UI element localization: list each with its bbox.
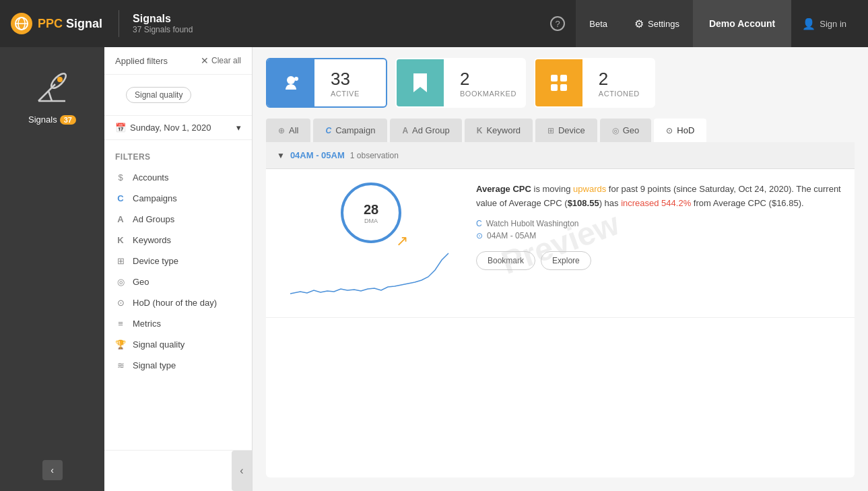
signal-info: Average CPC is moving upwards for past 9…: [476, 183, 844, 304]
campaign-icon: C: [115, 193, 126, 203]
sidebar-item-signals[interactable]: Signals 37: [22, 61, 83, 131]
filter-panel-footer: ‹: [104, 450, 252, 491]
watch-label: Watch Hubolt Washington: [486, 219, 579, 228]
tab-adgroup[interactable]: A Ad Group: [390, 119, 461, 142]
filter-item-hod[interactable]: ⊙ HoD (hour of the day): [104, 292, 252, 313]
signals-badge: 37: [60, 115, 76, 125]
tab-all[interactable]: ⊕ All: [266, 119, 310, 142]
signin-button[interactable]: 👤 Sign in: [791, 0, 857, 47]
tab-keyword[interactable]: K Keyword: [465, 119, 533, 142]
active-count: 33: [331, 69, 360, 90]
page-title: Signals: [133, 13, 539, 25]
filter-item-keywords[interactable]: K Keywords: [104, 230, 252, 251]
date-filter[interactable]: 📅 Sunday, Nov 1, 2020 ▾: [104, 115, 252, 140]
tab-device[interactable]: ⊞ Device: [535, 119, 597, 142]
filter-item-signal-type[interactable]: ≋ Signal type: [104, 355, 252, 376]
explore-button[interactable]: Explore: [541, 251, 591, 270]
clock-sub: DMA: [364, 218, 378, 224]
filter-item-adgroups[interactable]: A Ad Groups: [104, 209, 252, 230]
beta-button[interactable]: Beta: [576, 0, 621, 47]
help-button[interactable]: ?: [539, 0, 576, 47]
signal-quality-tag[interactable]: Signal quality: [126, 87, 191, 103]
metrics-icon: ≡: [115, 319, 126, 329]
observation-header: ▼ 04AM - 05AM 1 observation: [266, 142, 855, 169]
svg-rect-11: [560, 75, 567, 81]
hod-label: 04AM - 05AM: [487, 231, 536, 240]
sidebar-collapse-button[interactable]: ‹: [42, 460, 63, 480]
chevron-down-icon: ▾: [236, 123, 241, 133]
bookmarked-icon: [397, 59, 444, 106]
filter-item-geo[interactable]: ◎ Geo: [104, 271, 252, 292]
actioned-count: 2: [599, 69, 640, 90]
hod-icon: ⊙: [115, 298, 126, 308]
keyword-tab-icon: K: [477, 126, 483, 135]
page-title-area: Signals 37 Signals found: [122, 13, 539, 34]
geo-icon: ◎: [115, 277, 126, 287]
sidebar: Signals 37 ‹: [0, 47, 104, 491]
active-label: Active: [331, 90, 360, 98]
demo-account-button[interactable]: Demo Account: [693, 0, 791, 47]
main-layout: Signals 37 ‹ Applied filters ✕ Clear all…: [0, 47, 868, 491]
signals-nav-label: Signals 37: [28, 114, 76, 125]
header: PPC Signal Signals 37 Signals found ? Be…: [0, 0, 868, 47]
svg-point-7: [57, 77, 63, 82]
actioned-stat-card[interactable]: 2 Actioned: [534, 58, 655, 108]
telescope-icon: [32, 67, 72, 112]
filter-item-accounts[interactable]: $ Accounts: [104, 167, 252, 188]
content-area: 33 Active 2 Bookmarked: [253, 47, 868, 491]
observation-count: 1 observation: [350, 151, 399, 160]
trend-direction: upwards: [573, 184, 606, 194]
filters-heading: Filters: [104, 147, 252, 167]
active-stat-card[interactable]: 33 Active: [266, 58, 387, 108]
clear-icon: ✕: [201, 55, 209, 66]
svg-point-9: [294, 77, 298, 81]
keyword-icon: K: [115, 235, 126, 245]
bookmarked-label: Bookmarked: [460, 90, 516, 98]
campaign-tab-icon: C: [325, 126, 331, 135]
filter-item-campaigns[interactable]: C Campaigns: [104, 188, 252, 209]
actioned-icon: [535, 59, 582, 106]
filter-item-signal-quality[interactable]: 🏆 Signal quality: [104, 334, 252, 355]
bookmarked-count: 2: [460, 69, 516, 90]
trend-arrow-icon: ↗: [396, 232, 408, 250]
observation-toggle-icon[interactable]: ▼: [277, 151, 285, 160]
filter-panel: Applied filters ✕ Clear all Signal quali…: [104, 47, 253, 491]
signal-visual: 28 DMA ↗: [277, 183, 465, 304]
calendar-icon: 📅: [115, 123, 126, 133]
filter-item-metrics[interactable]: ≡ Metrics: [104, 313, 252, 334]
device-icon: ⊞: [115, 256, 126, 266]
settings-icon: ⚙: [634, 18, 644, 30]
adgroup-tab-icon: A: [402, 126, 408, 135]
hod-meta-icon: ⊙: [476, 231, 483, 240]
tabs-bar: ⊕ All C Campaign A Ad Group K Keyword ⊞ …: [253, 119, 868, 142]
filter-panel-collapse-button[interactable]: ‹: [232, 451, 252, 491]
tab-campaign[interactable]: C Campaign: [313, 119, 387, 142]
svg-rect-13: [560, 84, 567, 91]
filter-item-device-type[interactable]: ⊞ Device type: [104, 251, 252, 271]
bookmarked-stat-card[interactable]: 2 Bookmarked: [395, 58, 526, 108]
applied-filters-label: Applied filters: [115, 56, 168, 66]
observation-time: 04AM - 05AM: [290, 150, 345, 160]
svg-rect-12: [551, 84, 558, 91]
tab-hod[interactable]: ⊙ HoD: [654, 119, 706, 142]
svg-point-8: [287, 76, 295, 84]
settings-button[interactable]: ⚙ Settings: [621, 0, 693, 47]
logo: PPC Signal: [11, 13, 102, 34]
clock-chart: 28 DMA ↗: [341, 183, 401, 243]
hod-row: ⊙ 04AM - 05AM: [476, 231, 844, 240]
signal-card: Preview 28 DMA ↗: [266, 169, 855, 318]
signal-actions: Bookmark Explore: [476, 251, 844, 270]
svg-line-4: [48, 91, 52, 101]
bookmark-button[interactable]: Bookmark: [476, 251, 535, 270]
watch-row: C Watch Hubolt Washington: [476, 219, 844, 228]
svg-rect-10: [551, 75, 558, 81]
filters-section: Filters $ Accounts C Campaigns A Ad Grou…: [104, 140, 252, 383]
signal-description: Average CPC is moving upwards for past 9…: [476, 183, 844, 211]
geo-tab-icon: ◎: [612, 126, 619, 135]
device-tab-icon: ⊞: [547, 126, 554, 135]
svg-line-3: [38, 84, 55, 101]
clear-all-button[interactable]: ✕ Clear all: [201, 55, 241, 66]
actioned-label: Actioned: [599, 90, 640, 98]
user-icon: 👤: [802, 18, 815, 30]
tab-geo[interactable]: ◎ Geo: [600, 119, 652, 142]
